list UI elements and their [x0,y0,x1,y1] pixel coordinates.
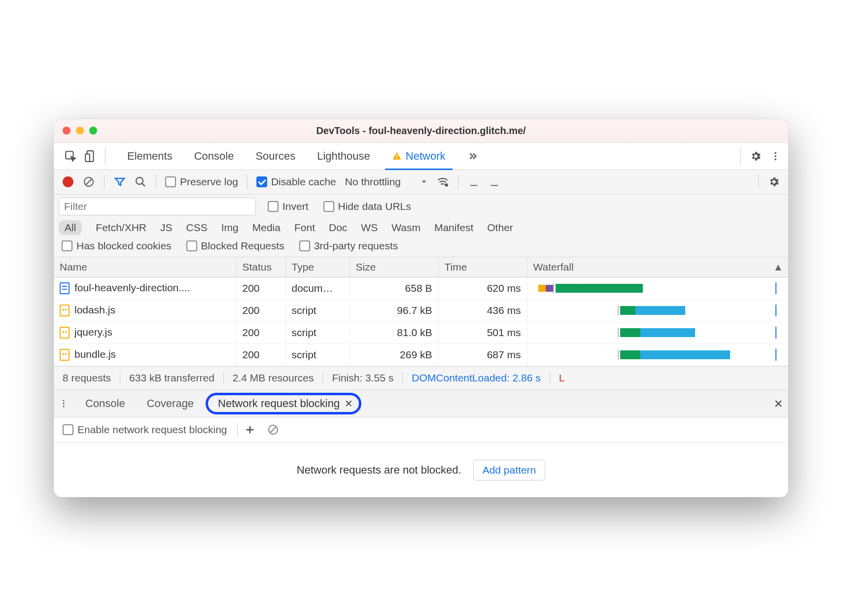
drawer-tabbar: Console Coverage Network request blockin… [54,390,788,417]
window-title: DevTools - foul-heavenly-direction.glitc… [54,125,788,137]
invert-checkbox[interactable]: Invert [265,201,312,212]
svg-point-5 [774,152,776,154]
chip-css[interactable]: CSS [180,220,213,235]
close-drawer-icon[interactable] [773,399,783,409]
cell-size: 269 kB [350,343,438,366]
chip-all[interactable]: All [59,220,82,235]
tab-console[interactable]: Console [183,143,245,170]
inspect-element-icon[interactable] [61,146,80,166]
col-time[interactable]: Time [438,257,527,277]
panel-settings-icon[interactable] [765,172,783,191]
col-type[interactable]: Type [285,257,350,277]
filter-toggle-icon[interactable] [110,172,129,191]
blocked-requests-checkbox[interactable]: Blocked Requests [183,240,287,252]
main-tabbar: Elements Console Sources Lighthouse Netw… [54,143,788,170]
table-row[interactable]: foul-heavenly-direction....200docum…658 … [54,277,788,299]
status-load: L [550,372,574,384]
chip-js[interactable]: JS [154,220,178,235]
chip-doc[interactable]: Doc [323,220,353,235]
chip-font[interactable]: Font [288,220,321,235]
resource-type-filter: All Fetch/XHR JS CSS Img Media Font Doc … [59,220,783,235]
svg-rect-2 [85,154,90,161]
document-icon [60,282,70,294]
chip-ws[interactable]: WS [355,220,384,235]
network-conditions-icon[interactable] [433,172,452,191]
request-name: bundle.js [74,348,116,360]
chip-img[interactable]: Img [215,220,245,235]
cell-time: 687 ms [438,343,527,366]
tab-lighthouse[interactable]: Lighthouse [306,143,381,170]
search-icon[interactable] [131,172,150,191]
col-size[interactable]: Size [350,257,438,277]
add-pattern-button[interactable]: Add pattern [473,460,546,480]
hide-data-urls-checkbox[interactable]: Hide data URLs [320,201,414,212]
waterfall-bar [533,281,783,296]
cell-time: 436 ms [438,299,527,321]
svg-point-7 [774,158,776,160]
export-har-icon[interactable] [485,172,504,191]
record-button[interactable] [59,172,77,191]
cell-type: script [285,343,350,366]
request-name: jquery.js [74,326,112,338]
table-row[interactable]: lodash.js200script96.7 kB436 ms [54,299,788,321]
svg-point-6 [774,155,776,157]
cell-time: 620 ms [438,277,527,299]
titlebar: DevTools - foul-heavenly-direction.glitc… [54,119,788,143]
drawer-tab-network-request-blocking[interactable]: Network request blocking ✕ [206,393,361,414]
enable-blocking-checkbox[interactable]: Enable network request blocking [60,424,230,436]
cell-status: 200 [236,277,285,299]
svg-point-11 [63,400,64,401]
chip-wasm[interactable]: Wasm [386,220,426,235]
clear-button[interactable] [79,172,98,191]
cell-status: 200 [236,321,285,343]
chevron-down-icon [421,178,427,185]
more-tabs-button[interactable] [456,143,489,170]
col-name[interactable]: Name [54,257,236,277]
cell-type: script [285,299,350,321]
filter-input[interactable] [59,198,256,215]
svg-rect-3 [396,154,397,157]
col-status[interactable]: Status [236,257,285,277]
warning-icon [392,151,402,161]
add-pattern-icon[interactable] [245,424,260,435]
status-domcontentloaded: DOMContentLoaded: 2.86 s [403,372,550,384]
cell-time: 501 ms [438,321,527,343]
network-request-table: Name Status Type Size Time Waterfall▲ fo… [54,257,788,366]
kebab-menu-icon[interactable] [766,146,785,166]
remove-all-patterns-icon[interactable] [267,424,283,436]
throttling-select[interactable]: No throttling [341,176,431,188]
svg-point-13 [63,406,64,407]
tab-elements[interactable]: Elements [116,143,183,170]
device-toolbar-icon[interactable] [80,146,100,166]
cell-type: script [285,321,350,343]
cell-size: 658 B [350,277,438,299]
chip-media[interactable]: Media [246,220,286,235]
waterfall-bar [533,325,783,340]
chip-manifest[interactable]: Manifest [428,220,479,235]
script-icon [60,327,70,339]
chip-other[interactable]: Other [481,220,519,235]
tab-network[interactable]: Network [381,143,456,170]
table-row[interactable]: jquery.js200script81.0 kB501 ms [54,321,788,343]
col-waterfall[interactable]: Waterfall▲ [527,257,788,277]
preserve-log-checkbox[interactable]: Preserve log [162,176,241,188]
drawer-tab-console[interactable]: Console [75,394,135,413]
svg-rect-4 [396,158,397,159]
drawer-tab-coverage[interactable]: Coverage [137,394,204,413]
table-row[interactable]: bundle.js200script269 kB687 ms [54,343,788,366]
status-finish: Finish: 3.55 s [323,372,403,384]
drawer-kebab-icon[interactable] [59,399,73,409]
main-tabs: Elements Console Sources Lighthouse Netw… [116,143,489,170]
script-icon [60,305,70,316]
svg-point-10 [445,183,448,187]
chip-fetch-xhr[interactable]: Fetch/XHR [90,220,152,235]
status-resources: 2.4 MB resources [224,372,323,384]
svg-point-9 [136,177,143,184]
disable-cache-checkbox[interactable]: Disable cache [253,176,339,188]
third-party-checkbox[interactable]: 3rd-party requests [296,240,401,252]
settings-icon[interactable] [746,146,766,166]
has-blocked-cookies-checkbox[interactable]: Has blocked cookies [59,240,175,252]
tab-sources[interactable]: Sources [245,143,306,170]
import-har-icon[interactable] [464,172,483,191]
close-tab-icon[interactable]: ✕ [345,398,353,410]
